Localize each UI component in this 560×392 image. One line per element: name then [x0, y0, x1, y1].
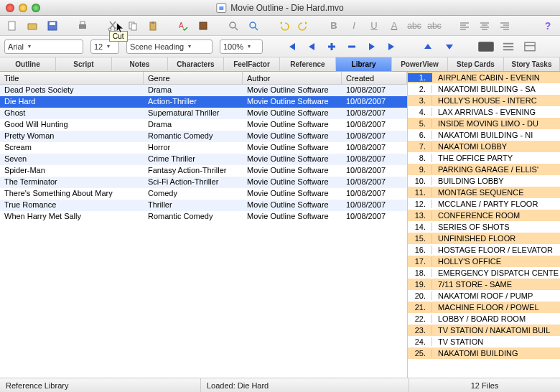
cell-title: Good Will Hunting — [0, 119, 144, 131]
paste-button[interactable] — [145, 18, 161, 34]
zoom-window-button[interactable] — [32, 4, 40, 12]
tab-step-cards[interactable]: Step Cards — [448, 57, 504, 71]
scene-row[interactable]: 23.TV STATION / NAKATOMI BUIL — [408, 325, 560, 336]
cell-author: Movie Outline Software — [243, 85, 342, 96]
col-created[interactable]: Created — [342, 72, 407, 84]
open-button[interactable] — [24, 18, 40, 34]
scene-row[interactable]: 12.MCCLANE / PARTY FLOOR — [408, 198, 560, 210]
align-left-button[interactable] — [457, 18, 472, 34]
scene-row[interactable]: 18.EMERGENCY DISPATCH CENTE — [408, 267, 560, 279]
scene-row[interactable]: 9.PARKING GARAGE / ELLIS' — [408, 164, 560, 175]
scene-row[interactable]: 6.NAKATOMI BUILDING - NI — [408, 129, 560, 141]
tab-script[interactable]: Script — [56, 57, 112, 71]
nav-first-button[interactable] — [284, 39, 299, 54]
tab-story-tasks[interactable]: Story Tasks — [504, 57, 560, 71]
save-button[interactable] — [45, 18, 60, 34]
scene-row[interactable]: 15.UNFINISHED FLOOR — [408, 233, 560, 244]
tab-outline[interactable]: Outline — [0, 57, 56, 71]
thesaurus-button[interactable] — [195, 18, 211, 34]
library-row[interactable]: Good Will HuntingDramaMovie Outline Soft… — [0, 119, 407, 131]
tab-feelfactor[interactable]: FeelFactor — [224, 57, 280, 71]
scene-row[interactable]: 16.HOSTAGE FLOOR / ELEVATOR — [408, 244, 560, 256]
align-right-button[interactable] — [497, 18, 513, 34]
paragraph-style-select[interactable]: Scene Heading▾ — [126, 39, 213, 54]
cell-author: Movie Outline Software — [243, 108, 342, 119]
col-title[interactable]: Title — [0, 72, 144, 84]
nav-remove-button[interactable] — [345, 39, 359, 54]
spellcheck-button[interactable]: A — [175, 18, 191, 34]
undo-button[interactable] — [276, 18, 291, 34]
col-author[interactable]: Author — [243, 72, 342, 84]
scene-row[interactable]: 22.LOBBY / BOARD ROOM — [408, 313, 560, 325]
scene-row[interactable]: 3.HOLLY'S HOUSE - INTERC — [408, 95, 560, 106]
bold-button[interactable]: B — [326, 18, 342, 34]
tab-notes[interactable]: Notes — [112, 57, 168, 71]
scene-row[interactable]: 7.NAKATOMI LOBBY — [408, 141, 560, 152]
cell-author: Movie Outline Software — [243, 200, 342, 211]
nav-prev-button[interactable] — [304, 39, 319, 54]
strike-button[interactable]: abc — [406, 18, 422, 34]
align-center-button[interactable] — [477, 18, 493, 34]
status-mid: Loaded: Die Hard — [201, 378, 409, 392]
scene-row[interactable]: 4.LAX ARRIVALS - EVENING — [408, 106, 560, 118]
nav-add-button[interactable] — [325, 39, 339, 54]
underline-button[interactable]: U — [366, 18, 382, 34]
scene-row[interactable]: 13.CONFERENCE ROOM — [408, 210, 560, 221]
tab-characters[interactable]: Characters — [168, 57, 224, 71]
library-row[interactable]: There's Something About MaryComedyMovie … — [0, 188, 407, 200]
library-row[interactable]: SevenCrime ThrillerMovie Outline Softwar… — [0, 154, 407, 165]
strike-alt-button[interactable]: abc — [426, 18, 442, 34]
cell-author: Movie Outline Software — [243, 154, 342, 165]
scene-row[interactable]: 14.SERIES OF SHOTS — [408, 221, 560, 233]
scene-row[interactable]: 8.THE OFFICE PARTY — [408, 152, 560, 164]
scene-row[interactable]: 21.MACHINE FLOOR / POWEL — [408, 302, 560, 313]
scene-row[interactable]: 2.NAKATOMI BUILDING - SA — [408, 83, 560, 95]
move-up-button[interactable] — [421, 39, 435, 54]
zoom-select[interactable]: 100%▾ — [220, 39, 263, 54]
scene-row[interactable]: 25.NAKATOMI BUILDING — [408, 347, 560, 359]
color-picker-button[interactable] — [478, 42, 494, 52]
list-icon-button[interactable] — [501, 39, 515, 54]
scene-row[interactable]: 10.BUILDING LOBBY — [408, 175, 560, 187]
scene-row[interactable]: 20.NAKATOMI ROOF / PUMP — [408, 290, 560, 302]
new-doc-button[interactable] — [4, 18, 20, 34]
library-row[interactable]: Spider-ManFantasy Action-ThrillerMovie O… — [0, 165, 407, 177]
col-genre[interactable]: Genre — [144, 72, 243, 84]
font-size-select[interactable]: 12▾ — [90, 39, 119, 54]
scene-row[interactable]: 24.TV STATION — [408, 336, 560, 347]
redo-button[interactable] — [296, 18, 312, 34]
library-row[interactable]: When Harry Met SallyRomantic ComedyMovie… — [0, 211, 407, 223]
library-row[interactable]: Pretty WomanRomantic ComedyMovie Outline… — [0, 131, 407, 142]
close-window-button[interactable] — [6, 4, 14, 12]
nav-last-button[interactable] — [385, 39, 399, 54]
scene-row[interactable]: 1.AIRPLANE CABIN - EVENIN — [408, 72, 560, 83]
nav-next-button[interactable] — [365, 39, 379, 54]
scene-row[interactable]: 19.7/11 STORE - SAME — [408, 279, 560, 290]
library-row[interactable]: GhostSupernatural ThrillerMovie Outline … — [0, 108, 407, 119]
move-down-button[interactable] — [442, 39, 457, 54]
tab-library[interactable]: Library — [336, 57, 392, 71]
font-color-button[interactable]: A — [386, 18, 402, 34]
library-row[interactable]: Dead Poets SocietyDramaMovie Outline Sof… — [0, 85, 407, 96]
print-button[interactable] — [75, 18, 90, 34]
library-row[interactable]: Die HardAction-ThrillerMovie Outline Sof… — [0, 96, 407, 108]
library-row[interactable]: True RomanceThrillerMovie Outline Softwa… — [0, 200, 407, 211]
help-button[interactable]: ? — [540, 18, 556, 34]
cut-button[interactable]: Cut — [105, 18, 121, 34]
scene-row[interactable]: 17.HOLLY'S OFFICE — [408, 256, 560, 267]
find-button[interactable] — [225, 18, 241, 34]
library-row[interactable]: ScreamHorrorMovie Outline Software10/08/… — [0, 142, 407, 154]
svg-point-14 — [250, 22, 256, 28]
minimize-window-button[interactable] — [19, 4, 27, 12]
italic-button[interactable]: I — [346, 18, 362, 34]
scene-row[interactable]: 11.MONTAGE SEQUENCE — [408, 187, 560, 198]
tab-powerview[interactable]: PowerView — [392, 57, 448, 71]
scene-row[interactable]: 5.INSIDE MOVING LIMO - DU — [408, 118, 560, 129]
library-row[interactable]: The TerminatorSci-Fi Action-ThrillerMovi… — [0, 177, 407, 188]
zoom-button[interactable] — [246, 18, 261, 34]
scene-number: 7. — [408, 142, 432, 151]
svg-rect-15 — [525, 42, 535, 50]
panel-icon-button[interactable] — [523, 39, 537, 54]
font-family-select[interactable]: Arial▾ — [4, 39, 83, 54]
tab-reference[interactable]: Reference — [280, 57, 336, 71]
